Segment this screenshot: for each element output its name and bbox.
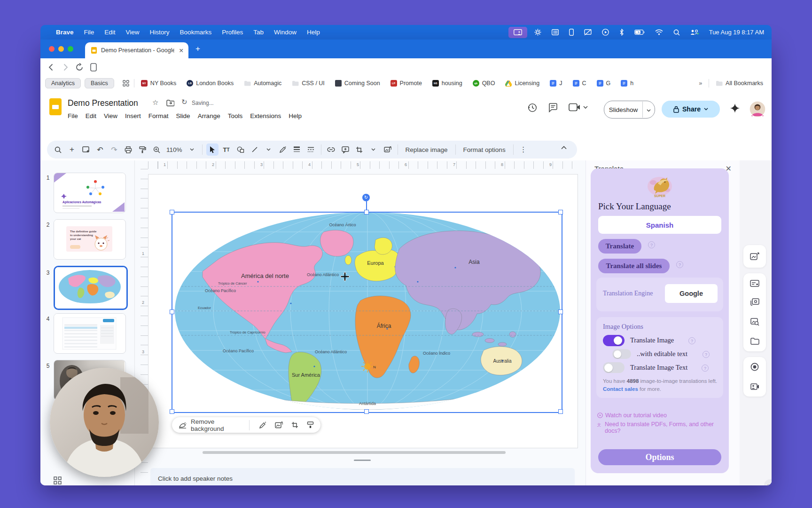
menu-tab[interactable]: Tab xyxy=(248,25,269,40)
slideshow-button[interactable]: Slideshow xyxy=(604,101,655,119)
photo-stack-icon[interactable] xyxy=(743,293,766,312)
quick-add-icon[interactable]: + xyxy=(66,143,78,156)
contact-sales-link[interactable]: Contact sales xyxy=(603,386,638,392)
selection-handle-s[interactable] xyxy=(364,409,369,414)
caption-card-icon[interactable] xyxy=(743,274,766,293)
bookmark-london-books[interactable]: LBLondon Books xyxy=(187,80,234,87)
tab-group-analytics[interactable]: Analytics xyxy=(45,78,81,88)
undo-icon[interactable]: ↶ xyxy=(94,143,106,156)
spotlight-icon[interactable] xyxy=(668,25,685,40)
search-menus-icon[interactable] xyxy=(52,143,64,156)
print-icon[interactable] xyxy=(122,143,134,156)
slides-menu-view[interactable]: View xyxy=(100,111,121,121)
selection-handle-n[interactable] xyxy=(364,210,369,214)
minimize-window-button[interactable] xyxy=(58,46,64,52)
options-button[interactable]: Options xyxy=(598,449,721,465)
zoom-icon[interactable] xyxy=(150,143,163,156)
menu-help[interactable]: Help xyxy=(302,25,325,40)
redo-icon[interactable]: ↷ xyxy=(108,143,120,156)
now-playing-icon[interactable] xyxy=(597,25,614,40)
slideshow-dropdown-icon[interactable] xyxy=(643,106,655,113)
grid-view-icon[interactable] xyxy=(54,476,62,484)
comments-icon[interactable] xyxy=(548,103,558,113)
insert-comment-icon[interactable] xyxy=(339,143,351,156)
new-slide-icon[interactable] xyxy=(80,143,92,156)
world-map-image[interactable]: N Océano Ártico América del norte Océano… xyxy=(173,211,562,411)
slides-logo[interactable] xyxy=(49,98,62,116)
screen-mirroring-icon[interactable] xyxy=(508,27,527,38)
line-tool-dropdown-icon[interactable] xyxy=(263,143,275,156)
back-icon[interactable] xyxy=(47,63,55,71)
maximize-window-button[interactable] xyxy=(68,46,73,52)
selection-handle-ne[interactable] xyxy=(558,210,563,214)
phone-mirroring-icon[interactable] xyxy=(564,25,579,40)
share-button[interactable]: Share xyxy=(662,101,720,118)
close-window-button[interactable] xyxy=(49,46,55,52)
battery-icon[interactable] xyxy=(629,25,650,40)
fast-user-switching-icon[interactable] xyxy=(685,25,704,40)
replace-image-small-icon[interactable] xyxy=(275,421,283,429)
slide-thumbnail-2[interactable]: The definitive guideto understandingyour… xyxy=(54,219,126,260)
menu-brave[interactable]: Brave xyxy=(51,25,79,40)
tab-group-basics[interactable]: Basics xyxy=(85,78,114,88)
bookmark-housing[interactable]: IHShousing xyxy=(432,80,462,87)
translate-all-slides-button[interactable]: Translate all slides xyxy=(598,259,670,273)
bookmark-doc-c[interactable]: C xyxy=(573,80,586,87)
forward-icon[interactable] xyxy=(61,63,70,71)
format-paint-small-icon[interactable] xyxy=(307,421,314,429)
bookmarks-overflow-chevron[interactable]: » xyxy=(699,80,702,87)
record-icon[interactable] xyxy=(743,357,766,376)
slides-menu-format[interactable]: Format xyxy=(145,111,172,121)
border-dash-icon[interactable] xyxy=(305,143,317,156)
bookmark-coming-soon[interactable]: Coming Soon xyxy=(335,80,380,87)
slide-thumbnail-3-selected[interactable] xyxy=(54,266,128,310)
slides-menu-slide[interactable]: Slide xyxy=(172,111,194,121)
settings-icon[interactable] xyxy=(529,25,547,40)
select-tool[interactable] xyxy=(206,143,219,156)
move-folder-icon[interactable] xyxy=(166,100,174,106)
menu-view[interactable]: View xyxy=(121,25,145,40)
line-tool[interactable] xyxy=(249,143,261,156)
bookmark-ny-books[interactable]: NYNY Books xyxy=(141,80,176,87)
zoom-level[interactable]: 110% xyxy=(164,143,184,156)
remove-background-label[interactable]: Remove background xyxy=(191,418,244,432)
slides-menu-insert[interactable]: Insert xyxy=(121,111,145,121)
editable-text-help-icon[interactable]: ? xyxy=(703,351,710,358)
menu-profiles[interactable]: Profiles xyxy=(217,25,248,40)
new-tab-button[interactable]: + xyxy=(195,44,200,54)
menu-edit[interactable]: Edit xyxy=(99,25,120,40)
menubar-clock[interactable]: Tue Aug 19 8:17 AM xyxy=(704,25,772,40)
replace-image-icon[interactable] xyxy=(382,143,394,156)
bookmark-qbo[interactable]: qbQBO xyxy=(473,80,495,87)
tab-close-icon[interactable]: ✕ xyxy=(174,47,188,54)
bookmark-licensing[interactable]: Licensing xyxy=(505,80,539,87)
slide-thumbnail-1[interactable]: Aplicaciones Automágicas xyxy=(54,173,126,213)
editable-text-toggle[interactable] xyxy=(612,349,631,359)
crop-icon[interactable] xyxy=(353,143,366,156)
selection-handle-sw[interactable] xyxy=(170,409,174,414)
insert-link-icon[interactable] xyxy=(325,143,337,156)
tab-groups-grid-icon[interactable] xyxy=(123,80,129,87)
selection-handle-se[interactable] xyxy=(558,409,563,414)
bookmark-css-ui[interactable]: CSS / UI xyxy=(292,80,325,87)
rotation-handle[interactable]: ↻ xyxy=(362,194,370,201)
slide-thumbnail-4[interactable] xyxy=(54,313,126,354)
collapse-menus-icon[interactable] xyxy=(561,146,567,150)
window-manager-icon[interactable] xyxy=(547,25,564,40)
gemini-sparkle-icon[interactable] xyxy=(730,103,740,113)
bluetooth-icon[interactable] xyxy=(614,25,629,40)
wifi-icon[interactable] xyxy=(650,25,668,40)
sidebar-icon[interactable] xyxy=(90,63,98,71)
slides-menu-file[interactable]: File xyxy=(64,111,82,121)
bookmark-doc-h[interactable]: h xyxy=(621,80,633,87)
menu-window[interactable]: Window xyxy=(269,25,302,40)
border-weight-icon[interactable] xyxy=(291,143,303,156)
translate-help-icon[interactable]: ? xyxy=(648,241,655,248)
webcam-overlay[interactable] xyxy=(50,368,159,477)
star-icon[interactable]: ☆ xyxy=(152,98,158,107)
reload-icon[interactable] xyxy=(75,63,84,71)
slides-menu-extensions[interactable]: Extensions xyxy=(246,111,285,121)
folder-icon[interactable] xyxy=(743,332,766,351)
translate-all-help-icon[interactable]: ? xyxy=(676,261,683,268)
zoom-dropdown-icon[interactable] xyxy=(186,143,198,156)
